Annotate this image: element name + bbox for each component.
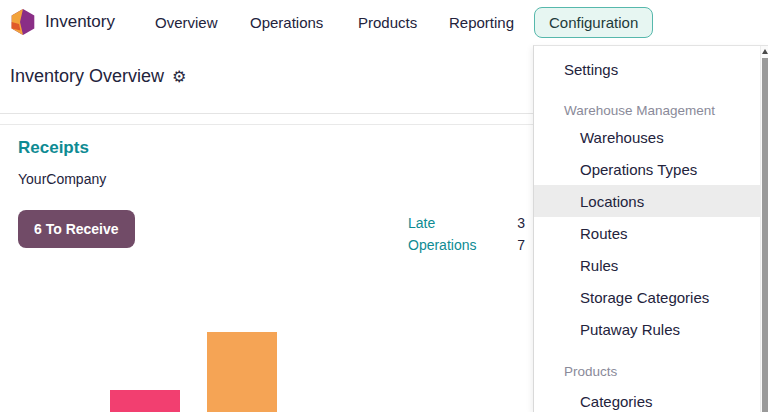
menu-item-settings[interactable]: Settings bbox=[534, 53, 760, 85]
stat-row-late: Late3 bbox=[408, 214, 525, 233]
stat-value: 3 bbox=[517, 214, 525, 233]
breadcrumb: Inventory Overview ⚙ bbox=[10, 66, 186, 87]
page-title: Inventory Overview bbox=[10, 66, 164, 87]
card-stats: Late3Operations7 bbox=[408, 214, 525, 255]
menu-section-products: Products bbox=[534, 360, 760, 382]
menu-section-warehouse-management: Warehouse Management bbox=[534, 99, 760, 121]
nav-item-products[interactable]: Products bbox=[358, 14, 417, 31]
stat-label[interactable]: Operations bbox=[408, 236, 476, 255]
menu-item-storage-categories[interactable]: Storage Categories bbox=[534, 281, 760, 313]
menu-scrollbar[interactable] bbox=[760, 46, 768, 412]
menu-item-operations-types[interactable]: Operations Types bbox=[534, 153, 760, 185]
to-receive-button[interactable]: 6 To Receive bbox=[18, 210, 135, 248]
nav-item-configuration[interactable]: Configuration bbox=[534, 7, 653, 38]
chart-bar-2[interactable] bbox=[207, 332, 277, 412]
scrollbar-thumb[interactable] bbox=[762, 58, 768, 412]
stat-label[interactable]: Late bbox=[408, 214, 435, 233]
menu-item-routes[interactable]: Routes bbox=[534, 217, 760, 249]
chart-bar-1[interactable] bbox=[110, 390, 180, 412]
menu-item-locations[interactable]: Locations bbox=[534, 185, 760, 217]
menu-item-categories[interactable]: Categories bbox=[534, 385, 760, 412]
inventory-app-icon[interactable] bbox=[10, 9, 36, 35]
menu-item-warehouses[interactable]: Warehouses bbox=[534, 121, 760, 153]
configuration-menu: SettingsWarehouse ManagementWarehousesOp… bbox=[533, 45, 768, 412]
menu-item-rules[interactable]: Rules bbox=[534, 249, 760, 281]
top-navbar: Inventory OverviewOperationsProductsRepo… bbox=[0, 0, 768, 46]
stat-value: 7 bbox=[517, 236, 525, 255]
scroll-up-icon[interactable] bbox=[762, 49, 768, 54]
app-name[interactable]: Inventory bbox=[45, 12, 115, 32]
nav-item-reporting[interactable]: Reporting bbox=[449, 14, 514, 31]
card-title-receipts[interactable]: Receipts bbox=[18, 138, 89, 158]
menu-item-putaway-rules[interactable]: Putaway Rules bbox=[534, 313, 760, 345]
nav-item-overview[interactable]: Overview bbox=[155, 14, 218, 31]
gear-icon[interactable]: ⚙ bbox=[172, 69, 186, 85]
inventory-app: Inventory OverviewOperationsProductsRepo… bbox=[0, 0, 768, 412]
nav-item-operations[interactable]: Operations bbox=[250, 14, 323, 31]
card-company: YourCompany bbox=[18, 171, 106, 187]
stat-row-operations: Operations7 bbox=[408, 236, 525, 255]
